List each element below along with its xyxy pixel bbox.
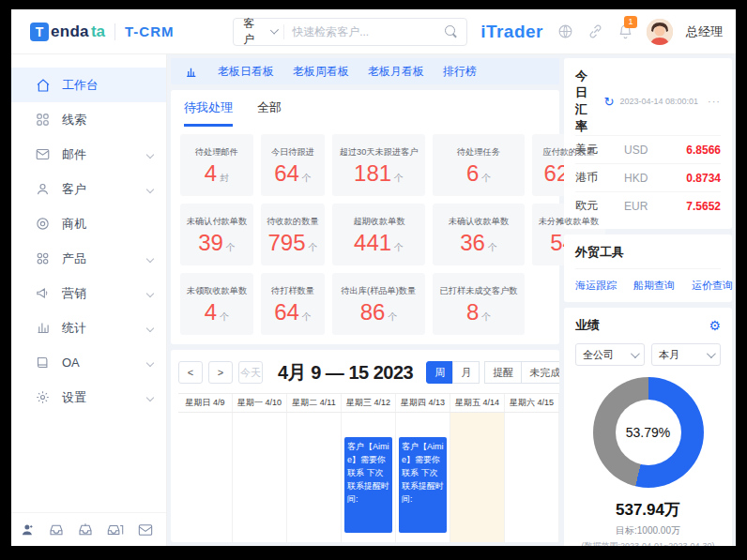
stat-unit: 个 (481, 311, 491, 322)
inbox-icon[interactable] (49, 522, 64, 537)
stat-card-unconfirmed-payment[interactable]: 未确认付款单数39个 (180, 204, 253, 265)
tab-ranking[interactable]: 排行榜 (443, 64, 477, 80)
tab-pending-mine[interactable]: 待我处理 (184, 99, 233, 127)
day-header-sun: 星期日 4/9 (178, 394, 233, 412)
sidebar-item-products[interactable]: 产品 (11, 241, 166, 276)
stat-label: 超过30天未跟进客户 (340, 146, 419, 159)
stat-label: 未确认收款单数 (449, 216, 509, 228)
link-icon[interactable] (587, 23, 603, 40)
performance-title: 业绩 (575, 317, 600, 334)
period-select[interactable]: 本月 (651, 343, 721, 366)
stats-tabs: 待我处理 全部 (171, 90, 559, 127)
stat-unit: 个 (481, 173, 491, 183)
stat-card-unclaimed-receipts[interactable]: 未领取收款单数4个 (180, 273, 253, 335)
sidebar-item-leads[interactable]: 线索 (11, 102, 166, 137)
filter-reminder-button[interactable]: 提醒 (484, 361, 522, 384)
calendar-next-button[interactable]: > (208, 361, 233, 384)
tab-boss-daily[interactable]: 老板日看板 (218, 64, 274, 80)
view-week-button[interactable]: 周 (426, 361, 453, 384)
sidebar-item-opportunities[interactable]: 商机 (11, 206, 166, 241)
tab-boss-monthly[interactable]: 老板月看板 (368, 64, 424, 80)
day-cell-fri-today[interactable] (450, 413, 505, 542)
globe-icon[interactable] (556, 23, 573, 40)
chevron-down-icon (146, 393, 154, 401)
performance-target: 目标:1000.00万 (575, 524, 721, 537)
sidebar-item-mail[interactable]: 邮件 (11, 137, 166, 172)
link-freight-rates[interactable]: 运价查询 (692, 279, 733, 293)
calendar-event[interactable]: 客户【Aimie】需要你联系 下次联系提醒时间: (344, 437, 392, 533)
calendar-today-button[interactable]: 今天 (238, 361, 263, 384)
stat-card-pending-tasks[interactable]: 待处理任务6个 (433, 134, 525, 196)
day-cell-mon[interactable] (233, 413, 287, 542)
day-header-sat: 星期六 4/15 (505, 394, 559, 412)
stat-value: 39 (198, 230, 223, 255)
sidebar-item-settings[interactable]: 设置 (11, 380, 166, 415)
sidebar-item-customers[interactable]: 客户 (11, 172, 166, 206)
link-sea-tracking[interactable]: 海运跟踪 (575, 279, 617, 293)
day-cell-thu[interactable]: 客户【Aimie】需要你联系 下次联系提醒时间: (396, 413, 450, 542)
stat-value: 64 (274, 299, 299, 325)
envelope-icon[interactable] (138, 522, 153, 537)
tab-all[interactable]: 全部 (257, 99, 282, 127)
calendar-event[interactable]: 客户【Aimie】需要你联系 下次联系提醒时间: (399, 437, 447, 533)
stat-card-pending-samples[interactable]: 待打样数量64个 (261, 273, 325, 335)
sidebar-item-marketing[interactable]: 营销 (11, 276, 166, 310)
stat-unit: 个 (388, 311, 397, 322)
stat-unit: 个 (226, 242, 236, 252)
app-window: T endata T-CRM 客户 iTrader (11, 9, 736, 546)
link-ship-schedule[interactable]: 船期查询 (633, 279, 675, 293)
user-avatar[interactable] (647, 19, 673, 45)
calendar-view-switch: 周 月 提醒 未完成 我指派的 (426, 361, 559, 384)
more-icon[interactable]: ··· (708, 96, 721, 107)
dashboard-chart-icon (182, 63, 199, 80)
global-search: 客户 (233, 18, 467, 46)
logo-divider (114, 23, 115, 40)
archive-trays-icon[interactable] (107, 522, 124, 537)
stat-value: 64 (274, 160, 299, 186)
calendar-prev-button[interactable]: < (178, 361, 203, 384)
stat-label: 应付款的数量 (543, 146, 595, 159)
stat-label: 待处理邮件 (195, 146, 238, 159)
day-cell-sun[interactable] (178, 413, 233, 542)
calendar-grid: 星期日 4/9 星期一 4/10 星期二 4/11 星期三 4/12 星期四 4… (178, 393, 559, 542)
search-category-dropdown[interactable]: 客户 (234, 16, 283, 48)
stat-label: 待处理任务 (457, 146, 500, 159)
day-cell-tue[interactable] (287, 413, 342, 542)
stat-card-followup-today[interactable]: 今日待跟进64个 (261, 134, 325, 196)
stat-unit: 个 (488, 242, 497, 252)
refresh-icon[interactable]: ↻ (604, 96, 615, 108)
sidebar-item-statistics[interactable]: 统计 (11, 310, 166, 345)
stat-value: 4 (205, 299, 217, 325)
day-cell-sat[interactable] (505, 413, 559, 542)
stat-card-unconfirmed-receipts[interactable]: 未确认收款单数36个 (433, 204, 525, 265)
stat-card-pending-mail[interactable]: 待处理邮件4封 (180, 134, 253, 196)
day-cell-wed[interactable]: 客户【Aimie】需要你联系 下次联系提醒时间: (342, 413, 396, 542)
stat-label: 未分摊收款单数 (539, 216, 599, 228)
scope-select[interactable]: 全公司 (575, 343, 645, 366)
bell-icon[interactable]: 1 (617, 23, 633, 40)
outbox-icon[interactable] (78, 522, 93, 537)
search-icon[interactable] (445, 25, 457, 38)
stat-card-over-30d[interactable]: 超过30天未跟进客户181个 (332, 134, 425, 196)
stat-unit: 个 (394, 242, 404, 252)
sidebar-item-workbench[interactable]: 工作台 (11, 68, 166, 102)
filter-incomplete-button[interactable]: 未完成 (521, 361, 559, 384)
search-input[interactable] (284, 25, 445, 38)
stat-card-pending-outbound[interactable]: 待出库(样品单)数量86个 (332, 273, 425, 335)
stat-card-overdue-receipts[interactable]: 超期收款单数441个 (332, 204, 425, 265)
fx-rate: 6.8566 (686, 144, 721, 157)
stat-label: 已打样未成交客户数 (440, 285, 518, 297)
sidebar-item-oa[interactable]: OA (11, 345, 166, 380)
gear-icon[interactable]: ⚙ (709, 319, 721, 332)
logo-t-icon: T (30, 23, 49, 41)
top-header: T endata T-CRM 客户 iTrader (11, 9, 736, 54)
contact-person-icon[interactable] (21, 522, 35, 537)
sidebar: 工作台 线索 邮件 客户 商机 产品 (11, 54, 167, 546)
user-role[interactable]: 总经理 (686, 23, 723, 40)
tab-boss-weekly[interactable]: 老板周看板 (293, 64, 349, 80)
view-month-button[interactable]: 月 (452, 361, 480, 384)
stat-card-receivables[interactable]: 待收款的数量795个 (261, 204, 325, 265)
fx-name: 港币 (575, 170, 624, 186)
stat-card-sampled-nodeal[interactable]: 已打样未成交客户数8个 (433, 273, 525, 335)
itrader-logo[interactable]: iTrader (480, 22, 543, 42)
